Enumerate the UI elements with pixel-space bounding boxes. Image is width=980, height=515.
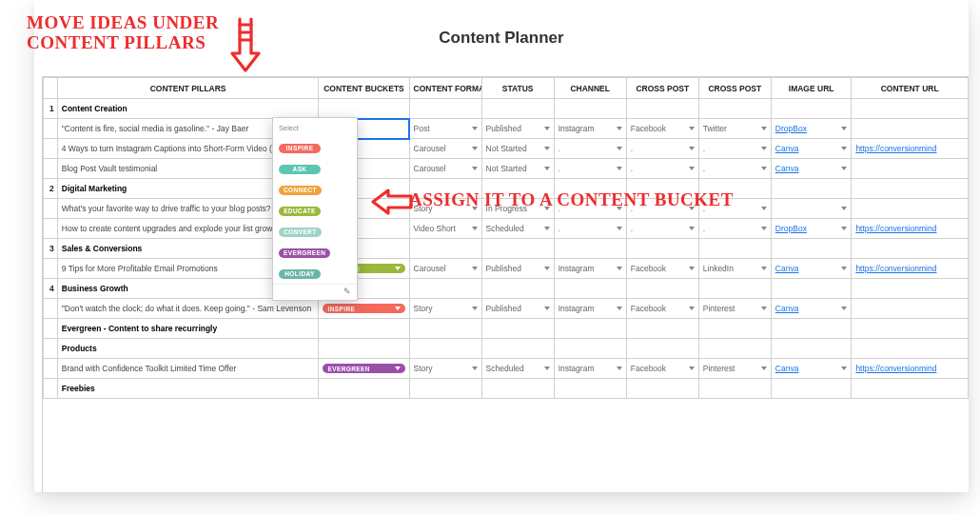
format-cell[interactable]: Story <box>409 299 481 319</box>
empty-cell[interactable] <box>852 379 969 399</box>
empty-cell[interactable] <box>409 279 481 299</box>
col-status[interactable]: STATUS <box>481 78 554 99</box>
empty-cell[interactable] <box>319 379 409 399</box>
section-title[interactable]: Products <box>57 339 319 359</box>
empty-cell[interactable] <box>852 99 969 119</box>
crosspost1-cell[interactable]: Facebook <box>626 359 698 379</box>
content-url-cell[interactable] <box>852 159 969 179</box>
empty-cell[interactable] <box>698 239 771 259</box>
channel-cell[interactable]: . <box>554 159 626 179</box>
channel-cell[interactable]: Instagram <box>554 359 626 379</box>
content-url-cell[interactable]: https://conversionmind <box>852 219 969 239</box>
content-url-cell[interactable] <box>852 199 969 219</box>
col-pillars[interactable]: CONTENT PILLARS <box>57 78 319 99</box>
content-url-cell[interactable] <box>852 119 969 139</box>
format-cell[interactable]: Post <box>409 119 481 139</box>
empty-cell[interactable] <box>852 279 969 299</box>
idea-cell[interactable]: Brand with Confidence Toolkit Limited Ti… <box>57 359 319 379</box>
empty-cell[interactable] <box>481 339 554 359</box>
empty-cell[interactable] <box>409 239 481 259</box>
empty-cell[interactable] <box>319 319 409 339</box>
empty-cell[interactable] <box>852 239 969 259</box>
bucket-option[interactable]: ASK <box>273 156 357 177</box>
bucket-option[interactable]: CONVERT <box>273 219 357 240</box>
crosspost2-cell[interactable]: Pinterest <box>698 299 771 319</box>
empty-cell[interactable] <box>554 319 626 339</box>
empty-cell[interactable] <box>626 379 698 399</box>
empty-cell[interactable] <box>852 339 969 359</box>
empty-cell[interactable] <box>771 339 852 359</box>
empty-cell[interactable] <box>481 99 554 119</box>
channel-cell[interactable]: Instagram <box>554 119 626 139</box>
empty-cell[interactable] <box>626 179 698 199</box>
bucket-option[interactable]: HOLIDAY <box>273 261 357 282</box>
crosspost1-cell[interactable]: . <box>626 219 698 239</box>
status-cell[interactable]: Not Started <box>481 159 554 179</box>
status-cell[interactable]: Not Started <box>481 139 554 159</box>
empty-cell[interactable] <box>554 179 626 199</box>
empty-cell[interactable] <box>771 379 852 399</box>
format-cell[interactable]: Video Short <box>409 219 481 239</box>
col-image[interactable]: IMAGE URL <box>771 78 852 99</box>
empty-cell[interactable] <box>698 339 771 359</box>
empty-cell[interactable] <box>698 179 771 199</box>
bucket-option[interactable]: EVERGREEN <box>273 240 357 261</box>
bucket-cell[interactable]: INSPIRE <box>319 299 409 319</box>
empty-cell[interactable] <box>626 339 698 359</box>
empty-cell[interactable] <box>409 99 481 119</box>
col-buckets[interactable]: CONTENT BUCKETS <box>319 78 409 99</box>
bucket-dropdown[interactable]: Select INSPIREASKCONNECTEDUCATECONVERTEV… <box>272 117 358 301</box>
empty-cell[interactable] <box>626 279 698 299</box>
bucket-option[interactable]: CONNECT <box>273 177 357 198</box>
status-cell[interactable]: Scheduled <box>481 219 554 239</box>
crosspost1-cell[interactable]: Facebook <box>626 119 698 139</box>
section-title[interactable]: Freebies <box>57 379 319 399</box>
crosspost1-cell[interactable]: Facebook <box>626 299 698 319</box>
empty-cell[interactable] <box>698 99 771 119</box>
crosspost1-cell[interactable]: . <box>626 139 698 159</box>
content-url-cell[interactable]: https://conversionmind <box>852 359 969 379</box>
empty-cell[interactable] <box>626 239 698 259</box>
empty-cell[interactable] <box>626 319 698 339</box>
empty-cell[interactable] <box>554 379 626 399</box>
channel-cell[interactable]: . <box>554 199 626 219</box>
empty-cell[interactable] <box>481 279 554 299</box>
status-cell[interactable]: Published <box>481 119 554 139</box>
content-url-cell[interactable]: https://conversionmind <box>852 259 969 279</box>
empty-cell[interactable] <box>481 179 554 199</box>
status-cell[interactable]: In Progress <box>481 199 554 219</box>
image-url-cell[interactable]: DropBox <box>771 219 852 239</box>
crosspost2-cell[interactable]: Pinterest <box>698 359 771 379</box>
crosspost2-cell[interactable]: Twitter <box>698 119 771 139</box>
image-url-cell[interactable] <box>771 199 852 219</box>
status-cell[interactable]: Published <box>481 299 554 319</box>
section-title[interactable]: Content Creation <box>57 99 319 119</box>
empty-cell[interactable] <box>852 179 969 199</box>
empty-cell[interactable] <box>409 319 481 339</box>
crosspost1-cell[interactable]: . <box>626 159 698 179</box>
format-cell[interactable]: Carousel <box>409 159 481 179</box>
image-url-cell[interactable]: Canva <box>771 359 852 379</box>
image-url-cell[interactable]: Canva <box>771 299 852 319</box>
image-url-cell[interactable]: DropBox <box>771 119 852 139</box>
content-url-cell[interactable] <box>852 299 969 319</box>
idea-cell[interactable]: "Don't watch the clock; do what it does.… <box>57 299 319 319</box>
channel-cell[interactable]: Instagram <box>554 299 626 319</box>
crosspost2-cell[interactable]: . <box>698 139 771 159</box>
content-url-cell[interactable]: https://conversionmind <box>852 139 969 159</box>
empty-cell[interactable] <box>771 319 852 339</box>
empty-cell[interactable] <box>626 99 698 119</box>
status-cell[interactable]: Scheduled <box>481 359 554 379</box>
image-url-cell[interactable]: Canva <box>771 159 852 179</box>
bucket-cell[interactable]: EVERGREEN <box>319 359 409 379</box>
section-title[interactable]: Evergreen - Content to share recurringly <box>57 319 319 339</box>
empty-cell[interactable] <box>698 379 771 399</box>
crosspost1-cell[interactable]: . <box>626 199 698 219</box>
format-cell[interactable]: Carousel <box>409 259 481 279</box>
col-cross2[interactable]: CROSS POST <box>698 78 771 99</box>
empty-cell[interactable] <box>771 99 852 119</box>
empty-cell[interactable] <box>771 279 852 299</box>
empty-cell[interactable] <box>481 239 554 259</box>
pencil-icon[interactable]: ✎ <box>273 284 357 298</box>
format-cell[interactable]: Story <box>409 359 481 379</box>
